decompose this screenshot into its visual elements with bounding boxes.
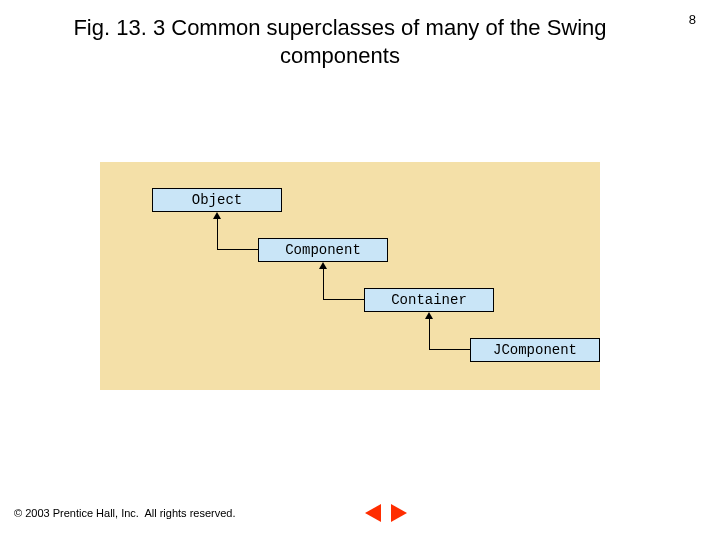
- connector-line: [323, 299, 364, 300]
- page-number: 8: [689, 12, 696, 27]
- slide: 8 Fig. 13. 3 Common superclasses of many…: [0, 0, 720, 540]
- class-box-component: Component: [258, 238, 388, 262]
- class-box-object: Object: [152, 188, 282, 212]
- diagram-canvas: Object Component Container JComponent: [100, 162, 600, 390]
- connector-line: [217, 219, 218, 249]
- connector-line: [323, 269, 324, 299]
- figure-title: Fig. 13. 3 Common superclasses of many o…: [60, 14, 620, 69]
- connector-line: [429, 319, 430, 349]
- copyright-text: © 2003 Prentice Hall, Inc. All rights re…: [14, 507, 235, 519]
- nav-prev-icon[interactable]: [365, 504, 381, 522]
- nav-buttons: [365, 504, 407, 522]
- class-box-container: Container: [364, 288, 494, 312]
- connector-line: [217, 249, 258, 250]
- footer: © 2003 Prentice Hall, Inc. All rights re…: [14, 504, 407, 522]
- class-box-jcomponent: JComponent: [470, 338, 600, 362]
- arrow-head-icon: [425, 312, 433, 319]
- nav-next-icon[interactable]: [391, 504, 407, 522]
- connector-line: [429, 349, 470, 350]
- arrow-head-icon: [213, 212, 221, 219]
- arrow-head-icon: [319, 262, 327, 269]
